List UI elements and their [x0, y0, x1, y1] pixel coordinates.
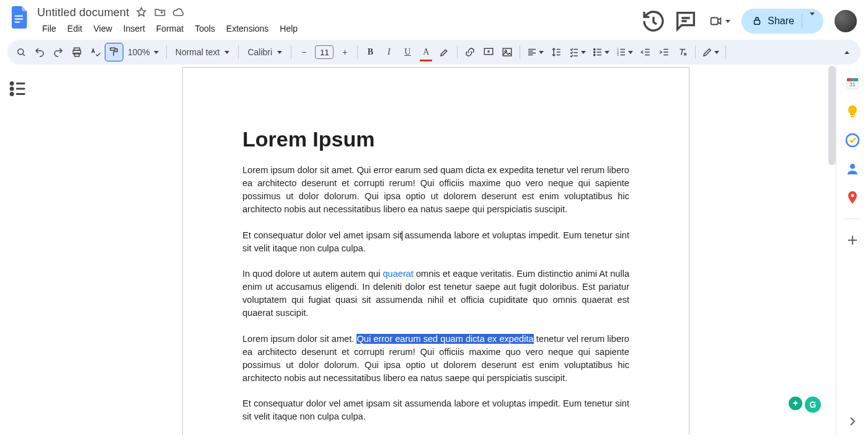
zoom-dropdown[interactable]: 100% — [124, 47, 162, 57]
spellcheck-icon[interactable] — [87, 43, 104, 61]
svg-rect-4 — [755, 20, 760, 25]
contacts-icon[interactable] — [845, 161, 860, 176]
chevron-down-icon — [581, 51, 586, 54]
font-family-dropdown[interactable]: Calibri — [242, 47, 287, 57]
line-spacing-button[interactable] — [547, 43, 565, 61]
paragraph: Et consequatur dolor vel amet ipsam sit … — [242, 229, 629, 255]
underline-button[interactable]: U — [399, 43, 416, 61]
bold-button[interactable]: B — [361, 43, 379, 61]
vertical-scrollbar[interactable] — [828, 66, 836, 165]
menu-file[interactable]: File — [37, 21, 61, 36]
add-comment-button[interactable] — [480, 43, 497, 61]
decrease-font-size-button[interactable]: − — [295, 43, 312, 61]
chevron-down-icon — [277, 51, 282, 54]
hyperlink[interactable]: quaerat — [383, 269, 414, 279]
paragraph: Et consequatur dolor vel amet ipsam sit … — [242, 397, 629, 423]
tasks-icon[interactable] — [845, 133, 860, 148]
calendar-icon[interactable]: 31 — [845, 76, 860, 91]
document-heading: Lorem Ipsum — [242, 127, 629, 151]
decrease-indent-button[interactable] — [637, 43, 654, 61]
collapse-toolbar-button[interactable] — [838, 43, 856, 61]
svg-point-14 — [594, 52, 595, 53]
chevron-down-icon — [539, 51, 544, 54]
menu-tools[interactable]: Tools — [190, 21, 220, 36]
italic-button[interactable]: I — [380, 43, 397, 61]
keep-icon[interactable] — [845, 104, 860, 119]
bulleted-list-button[interactable] — [590, 43, 612, 61]
grammarly-icon[interactable]: G — [805, 397, 821, 413]
highlight-color-button[interactable] — [436, 43, 453, 61]
cloud-status-icon[interactable] — [172, 6, 185, 19]
move-icon[interactable] — [154, 6, 166, 19]
print-icon[interactable] — [68, 43, 86, 61]
menu-edit[interactable]: Edit — [63, 21, 87, 36]
menu-insert[interactable]: Insert — [118, 21, 150, 36]
svg-point-5 — [18, 49, 24, 55]
svg-text:3: 3 — [618, 53, 619, 56]
maps-icon[interactable] — [845, 190, 860, 205]
star-icon[interactable] — [135, 6, 148, 19]
menu-help[interactable]: Help — [275, 21, 303, 36]
increase-font-size-button[interactable]: + — [336, 43, 353, 61]
paragraph: In quod dolore ut autem autem qui quaera… — [242, 267, 629, 320]
comments-icon[interactable] — [673, 9, 698, 34]
menu-format[interactable]: Format — [151, 21, 188, 36]
side-panel: 31 — [836, 65, 868, 435]
docs-home-icon[interactable] — [7, 5, 32, 30]
checklist-button[interactable] — [566, 43, 588, 61]
history-icon[interactable] — [641, 9, 666, 34]
svg-point-21 — [11, 92, 13, 95]
show-outline-button[interactable] — [7, 78, 29, 99]
svg-text:31: 31 — [849, 81, 855, 88]
insert-link-button[interactable] — [461, 43, 479, 61]
text-selection: Qui error earum sed quam dicta ex expedi… — [356, 334, 533, 344]
increase-indent-button[interactable] — [655, 43, 673, 61]
align-dropdown[interactable] — [524, 43, 546, 61]
account-avatar[interactable] — [835, 10, 857, 32]
svg-rect-27 — [851, 116, 854, 117]
svg-point-29 — [850, 164, 855, 169]
grammarly-suggestion-icon[interactable]: ✦ — [789, 397, 802, 410]
paragraph: Lorem ipsum dolor sit amet. Qui error ea… — [242, 333, 629, 385]
grammarly-widget[interactable]: ✦ G — [789, 397, 821, 413]
undo-icon[interactable] — [31, 43, 48, 61]
document-page[interactable]: Lorem Ipsum Lorem ipsum dolor sit amet. … — [182, 67, 689, 435]
svg-rect-1 — [15, 19, 23, 20]
chevron-down-icon[interactable] — [807, 16, 817, 27]
document-title[interactable]: Untitled document — [37, 6, 129, 19]
paragraph: Lorem ipsum dolor sit amet. Qui error ea… — [242, 164, 629, 217]
font-size-input[interactable]: 11 — [315, 45, 334, 59]
svg-rect-9 — [110, 48, 115, 50]
chevron-down-icon — [725, 20, 730, 23]
paragraph-style-dropdown[interactable]: Normal text — [170, 47, 235, 57]
svg-point-30 — [851, 194, 854, 197]
svg-point-19 — [11, 82, 13, 84]
meet-button[interactable] — [706, 9, 734, 34]
insert-image-button[interactable] — [498, 43, 516, 61]
chevron-down-icon — [224, 51, 229, 54]
add-addon-button[interactable] — [845, 233, 860, 248]
svg-point-13 — [594, 48, 595, 50]
menu-view[interactable]: View — [89, 21, 117, 36]
clear-formatting-button[interactable] — [674, 43, 691, 61]
svg-rect-2 — [15, 22, 20, 23]
menu-bar: File Edit View Insert Format Tools Exten… — [37, 21, 303, 36]
chevron-down-icon — [628, 51, 633, 54]
redo-icon[interactable] — [50, 43, 67, 61]
text-caret: sit — [393, 230, 402, 240]
toolbar: 100% Normal text Calibri − 11 + B I U A … — [7, 40, 861, 65]
numbered-list-button[interactable]: 123 — [613, 43, 636, 61]
text-color-button[interactable]: A — [417, 43, 435, 61]
svg-rect-3 — [711, 18, 718, 25]
editing-mode-dropdown[interactable] — [699, 43, 722, 61]
paint-format-icon[interactable] — [105, 43, 123, 61]
search-icon[interactable] — [12, 43, 30, 61]
chevron-down-icon — [154, 51, 159, 54]
hide-side-panel-button[interactable] — [845, 414, 860, 429]
chevron-down-icon — [604, 51, 609, 54]
share-button[interactable]: Share — [742, 9, 823, 34]
svg-point-20 — [11, 88, 13, 90]
svg-rect-0 — [15, 16, 23, 17]
share-label: Share — [768, 16, 794, 27]
menu-extensions[interactable]: Extensions — [221, 21, 273, 36]
